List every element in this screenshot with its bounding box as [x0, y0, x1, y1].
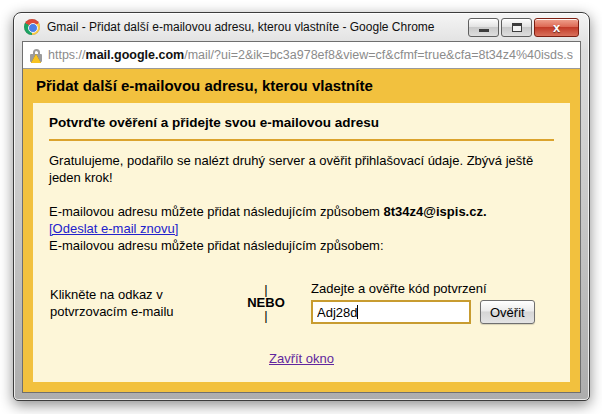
- minimize-button[interactable]: [468, 18, 499, 37]
- padlock-warning-icon[interactable]: [30, 48, 43, 63]
- chrome-logo-icon: [24, 19, 40, 35]
- browser-client-area: https://mail.google.com/mail/?ui=2&ik=bc…: [22, 41, 581, 393]
- option-click-link-text: Klikněte na odkaz v potvrzovacím e-mailu: [49, 286, 235, 320]
- congrats-text: Gratulujeme, podařilo se nalézt druhý se…: [49, 152, 561, 186]
- url-host: mail.google.com: [86, 48, 185, 62]
- code-label: Zadejte a ověřte kód potvrzení: [311, 281, 535, 296]
- url-text[interactable]: https://mail.google.com/mail/?ui=2&ik=bc…: [48, 48, 573, 62]
- resend-line: [Odeslat e-mail znovu]: [49, 220, 554, 237]
- or-divider: | NEBO |: [235, 284, 297, 321]
- close-icon: x: [553, 21, 560, 34]
- dialog-content: Přidat další e-mailovou adresu, kterou v…: [23, 69, 580, 392]
- panel-heading: Potvrďte ověření a přidejte svou e-mailo…: [49, 115, 554, 130]
- options-row: Klikněte na odkaz v potvrzovacím e-mailu…: [49, 281, 554, 324]
- maximize-icon: [512, 23, 522, 32]
- address-bar[interactable]: https://mail.google.com/mail/?ui=2&ik=bc…: [23, 42, 580, 69]
- verify-button[interactable]: Ověřit: [480, 300, 535, 324]
- minimize-icon: [479, 29, 489, 32]
- browser-window: Gmail - Přidat další e-mailovou adresu, …: [13, 12, 590, 401]
- window-titlebar[interactable]: Gmail - Přidat další e-mailovou adresu, …: [22, 13, 581, 41]
- method-block: E-mailovou adresu můžete přidat následuj…: [49, 203, 554, 254]
- dialog-title: Přidat další e-mailovou adresu, kterou v…: [33, 74, 570, 103]
- method-line-1: E-mailovou adresu můžete přidat následuj…: [49, 203, 554, 220]
- close-window-link[interactable]: Zavřít okno: [269, 351, 334, 366]
- close-button[interactable]: x: [534, 18, 579, 37]
- divider: [49, 139, 554, 141]
- window-title: Gmail - Přidat další e-mailovou adresu, …: [47, 20, 435, 34]
- url-path: /mail/?ui=2&ik=bc3a978ef8&view=cf&cfmf=t…: [184, 48, 573, 62]
- close-row: Zavřít okno: [49, 351, 554, 366]
- confirmation-code-input[interactable]: [311, 300, 471, 324]
- maximize-button[interactable]: [501, 18, 532, 37]
- resend-email-link[interactable]: [Odeslat e-mail znovu]: [49, 221, 178, 236]
- url-protocol: https://: [48, 48, 86, 62]
- method-line-2: E-mailovou adresu můžete přidat následuj…: [49, 237, 554, 254]
- dialog-panel: Potvrďte ověření a přidejte svou e-mailo…: [33, 103, 570, 382]
- window-controls: x: [468, 18, 579, 37]
- text-caret: [357, 305, 358, 319]
- email-address: 8t34z4@ispis.cz.: [384, 204, 487, 219]
- option-code-entry: Zadejte a ověřte kód potvrzení Ověřit: [311, 281, 535, 324]
